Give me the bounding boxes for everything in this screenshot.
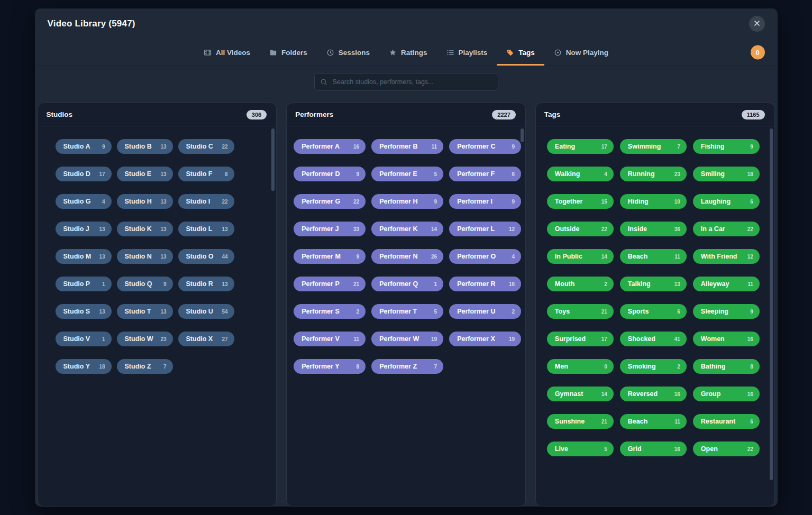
performers-scrollbar[interactable]	[521, 128, 524, 142]
tab-tags[interactable]: Tags	[497, 39, 544, 66]
studio-pill-studio-p[interactable]: Studio P 1	[56, 277, 112, 291]
studio-pill-studio-h[interactable]: Studio H 13	[117, 194, 173, 209]
tab-playlists[interactable]: Playlists	[437, 39, 497, 66]
tab-sessions[interactable]: Sessions	[317, 39, 379, 66]
performer-pill-performer-t[interactable]: Performer T 5	[371, 304, 443, 319]
performer-pill-performer-h[interactable]: Performer H 9	[371, 194, 443, 209]
studio-pill-studio-a[interactable]: Studio A 9	[56, 139, 112, 154]
performer-pill-performer-y[interactable]: Performer Y 8	[294, 359, 366, 374]
tag-pill-smiling[interactable]: Smiling 18	[693, 167, 760, 181]
studios-scrollbar[interactable]	[271, 128, 275, 191]
tag-pill-eating[interactable]: Eating 17	[547, 139, 614, 154]
tab-ratings[interactable]: Ratings	[379, 39, 437, 66]
performer-pill-performer-g[interactable]: Performer G 22	[294, 194, 366, 209]
studio-pill-studio-d[interactable]: Studio D 17	[56, 167, 112, 181]
performer-pill-performer-m[interactable]: Performer M 9	[294, 249, 366, 264]
performer-pill-performer-c[interactable]: Performer C 9	[449, 139, 521, 154]
tag-pill-in-public[interactable]: In Public 14	[547, 249, 614, 264]
studio-pill-studio-z[interactable]: Studio Z 7	[117, 359, 173, 374]
performer-pill-performer-q[interactable]: Performer Q 1	[371, 277, 443, 291]
tag-pill-inside[interactable]: Inside 36	[620, 222, 687, 236]
performer-pill-performer-e[interactable]: Performer E 5	[371, 167, 443, 181]
performer-pill-performer-f[interactable]: Performer F 6	[449, 167, 521, 181]
performer-pill-performer-v[interactable]: Performer V 11	[294, 332, 366, 346]
tag-pill-swimming[interactable]: Swimming 7	[620, 139, 687, 154]
performer-pill-performer-z[interactable]: Performer Z 7	[371, 359, 443, 374]
studio-pill-studio-q[interactable]: Studio Q 9	[117, 277, 173, 291]
performer-pill-performer-l[interactable]: Performer L 12	[449, 222, 521, 236]
tags-scrollbar[interactable]	[770, 128, 773, 480]
studio-pill-studio-f[interactable]: Studio F 8	[178, 167, 234, 181]
studio-pill-studio-o[interactable]: Studio O 44	[178, 249, 234, 264]
tag-pill-restaurant[interactable]: Restaurant 6	[693, 414, 760, 429]
tag-pill-grid[interactable]: Grid 16	[620, 442, 687, 456]
tab-all-videos[interactable]: All Videos	[194, 39, 260, 66]
tag-pill-fishing[interactable]: Fishing 9	[693, 139, 760, 154]
tag-pill-shocked[interactable]: Shocked 41	[620, 332, 687, 346]
tag-pill-open[interactable]: Open 22	[693, 442, 760, 456]
tag-pill-sunshine[interactable]: Sunshine 21	[547, 414, 614, 429]
tag-pill-with-friend[interactable]: With Friend 12	[693, 249, 760, 264]
tag-pill-reversed[interactable]: Reversed 16	[620, 387, 687, 401]
performer-pill-performer-j[interactable]: Performer J 33	[294, 222, 366, 236]
studio-pill-studio-c[interactable]: Studio C 22	[178, 139, 234, 154]
tag-pill-beach[interactable]: Beach 11	[620, 249, 687, 264]
performer-pill-performer-b[interactable]: Performer B 11	[371, 139, 443, 154]
studio-pill-studio-w[interactable]: Studio W 23	[117, 332, 173, 346]
tag-pill-sleeping[interactable]: Sleeping 9	[693, 304, 760, 319]
tag-pill-beach[interactable]: Beach 11	[620, 414, 687, 429]
tag-pill-live[interactable]: Live 5	[547, 442, 614, 456]
studio-pill-studio-v[interactable]: Studio V 1	[56, 332, 112, 346]
studio-pill-studio-u[interactable]: Studio U 54	[178, 304, 234, 319]
performer-pill-performer-a[interactable]: Performer A 16	[294, 139, 366, 154]
counter-badge[interactable]: 0	[751, 45, 765, 60]
performer-pill-performer-n[interactable]: Performer N 26	[371, 249, 443, 264]
tag-pill-toys[interactable]: Toys 21	[547, 304, 614, 319]
performer-pill-performer-i[interactable]: Performer I 9	[449, 194, 521, 209]
close-button[interactable]	[749, 16, 765, 32]
tag-pill-in-a-car[interactable]: In a Car 22	[693, 222, 760, 236]
studio-pill-studio-k[interactable]: Studio K 13	[117, 222, 173, 236]
tag-pill-group[interactable]: Group 16	[693, 387, 760, 401]
performer-pill-performer-s[interactable]: Performer S 2	[294, 304, 366, 319]
search-input[interactable]	[314, 73, 498, 91]
studio-pill-studio-m[interactable]: Studio M 13	[56, 249, 112, 264]
studio-pill-studio-x[interactable]: Studio X 27	[178, 332, 234, 346]
tag-pill-alleyway[interactable]: Alleyway 11	[693, 277, 760, 291]
tag-pill-together[interactable]: Together 15	[547, 194, 614, 209]
studio-pill-studio-g[interactable]: Studio G 4	[56, 194, 112, 209]
tag-pill-gymnast[interactable]: Gymnast 14	[547, 387, 614, 401]
performer-pill-performer-w[interactable]: Performer W 19	[371, 332, 443, 346]
tag-pill-outside[interactable]: Outside 22	[547, 222, 614, 236]
tag-pill-mouth[interactable]: Mouth 2	[547, 277, 614, 291]
tag-pill-walking[interactable]: Walking 4	[547, 167, 614, 181]
tab-folders[interactable]: Folders	[260, 39, 317, 66]
tag-pill-bathing[interactable]: Bathing 8	[693, 359, 760, 374]
tag-pill-surprised[interactable]: Surprised 17	[547, 332, 614, 346]
performer-pill-performer-o[interactable]: Performer O 4	[449, 249, 521, 264]
studio-pill-studio-n[interactable]: Studio N 13	[117, 249, 173, 264]
tab-now-playing[interactable]: Now Playing	[544, 39, 618, 66]
tag-pill-running[interactable]: Running 23	[620, 167, 687, 181]
performer-pill-performer-k[interactable]: Performer K 14	[371, 222, 443, 236]
performer-pill-performer-d[interactable]: Performer D 9	[294, 167, 366, 181]
studio-pill-studio-j[interactable]: Studio J 13	[56, 222, 112, 236]
tag-pill-sports[interactable]: Sports 6	[620, 304, 687, 319]
tag-pill-talking[interactable]: Talking 13	[620, 277, 687, 291]
studio-pill-studio-s[interactable]: Studio S 13	[56, 304, 112, 319]
studio-pill-studio-b[interactable]: Studio B 13	[117, 139, 173, 154]
tag-pill-women[interactable]: Women 16	[693, 332, 760, 346]
tag-pill-smoking[interactable]: Smoking 2	[620, 359, 687, 374]
performer-pill-performer-u[interactable]: Performer U 2	[449, 304, 521, 319]
studio-pill-studio-r[interactable]: Studio R 13	[178, 277, 234, 291]
tag-pill-laughing[interactable]: Laughing 6	[693, 194, 760, 209]
performer-pill-performer-p[interactable]: Performer P 21	[294, 277, 366, 291]
studio-pill-studio-i[interactable]: Studio I 22	[178, 194, 234, 209]
studio-pill-studio-t[interactable]: Studio T 13	[117, 304, 173, 319]
performer-pill-performer-r[interactable]: Performer R 16	[449, 277, 521, 291]
studio-pill-studio-e[interactable]: Studio E 13	[117, 167, 173, 181]
studio-pill-studio-l[interactable]: Studio L 13	[178, 222, 234, 236]
performer-pill-performer-x[interactable]: Performer X 19	[449, 332, 521, 346]
studio-pill-studio-y[interactable]: Studio Y 18	[56, 359, 112, 374]
tag-pill-men[interactable]: Men 0	[547, 359, 614, 374]
